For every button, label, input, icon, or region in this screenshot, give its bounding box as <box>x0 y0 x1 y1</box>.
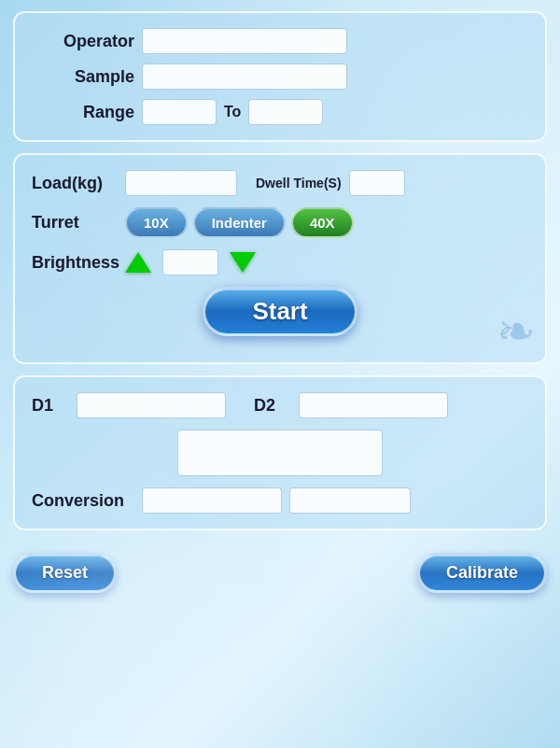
conversion-input-1[interactable] <box>142 487 282 514</box>
start-row: Start <box>32 287 528 336</box>
load-row: Load(kg) Dwell Time(S) <box>32 170 528 196</box>
bottom-bar: Reset Calibrate <box>0 545 560 600</box>
sample-row: Sample <box>32 64 528 90</box>
sample-input[interactable] <box>142 64 347 90</box>
operator-input[interactable] <box>142 28 347 54</box>
start-button[interactable]: Start <box>203 287 357 336</box>
range-row: Range To <box>32 99 528 125</box>
brightness-row: Brightness <box>32 249 528 275</box>
result-row <box>32 430 528 476</box>
conversion-row: Conversion <box>32 487 528 514</box>
turret-row: Turret 10X Indenter 40X <box>32 207 528 238</box>
d1d2-row: D1 D2 <box>32 392 528 418</box>
d1-label: D1 <box>32 396 69 416</box>
results-panel: D1 D2 Conversion <box>13 375 547 530</box>
settings-panel: Load(kg) Dwell Time(S) Turret 10X Indent… <box>13 153 547 364</box>
to-label: To <box>224 104 241 120</box>
d2-label: D2 <box>254 396 291 416</box>
brightness-label: Brightness <box>32 253 125 273</box>
d2-input[interactable] <box>299 392 448 418</box>
conversion-input-2[interactable] <box>289 487 411 514</box>
dwell-label: Dwell Time(S) <box>256 176 342 191</box>
reset-button[interactable]: Reset <box>13 553 117 593</box>
btn-10x[interactable]: 10X <box>125 207 188 238</box>
dwell-input[interactable] <box>349 170 405 196</box>
range-from-input[interactable] <box>142 99 217 125</box>
result-input[interactable] <box>177 430 383 476</box>
load-label: Load(kg) <box>32 174 125 193</box>
turret-label: Turret <box>32 213 125 233</box>
operator-label: Operator <box>32 32 134 51</box>
operator-row: Operator <box>32 28 528 54</box>
calibrate-button[interactable]: Calibrate <box>417 553 547 593</box>
sample-label: Sample <box>32 67 134 87</box>
btn-40x[interactable]: 40X <box>291 207 354 238</box>
conversion-label: Conversion <box>32 491 134 511</box>
brightness-down-button[interactable] <box>230 252 256 273</box>
d1-input[interactable] <box>77 392 226 418</box>
info-panel: Operator Sample Range To <box>13 11 547 142</box>
range-to-input[interactable] <box>248 99 323 125</box>
brightness-up-button[interactable] <box>125 252 151 273</box>
load-input[interactable] <box>125 170 237 196</box>
brightness-input[interactable] <box>162 249 218 275</box>
btn-indenter[interactable]: Indenter <box>193 207 286 238</box>
range-label: Range <box>32 103 134 122</box>
d2-section: D2 <box>254 392 448 418</box>
